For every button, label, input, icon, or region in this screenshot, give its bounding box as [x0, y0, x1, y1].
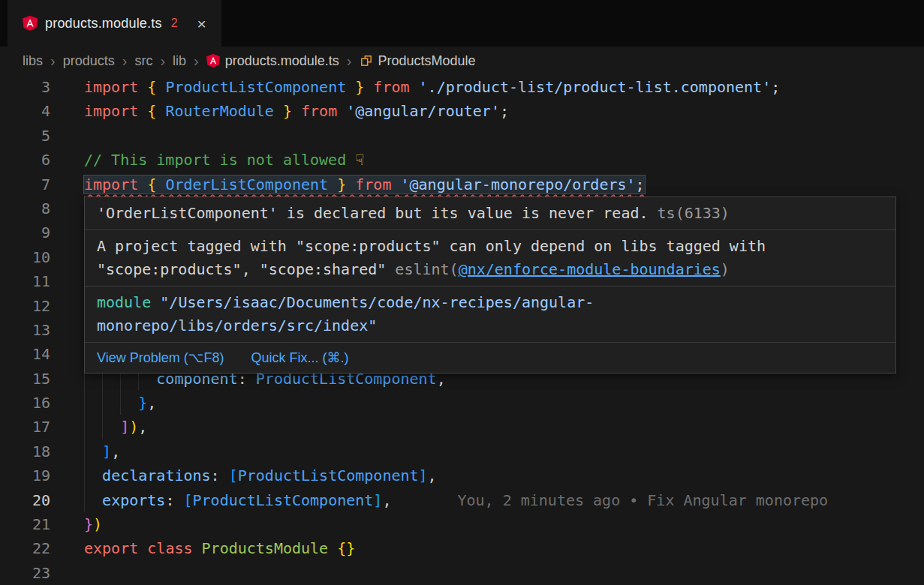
line-number[interactable]: 7	[0, 172, 75, 196]
line-content: import { RouterModule } from '@angular/r…	[75, 99, 924, 123]
token	[346, 176, 355, 194]
code-line-21[interactable]: 21})	[0, 512, 924, 536]
code-line-4[interactable]: 4import { RouterModule } from '@angular/…	[0, 99, 924, 123]
code-line-7[interactable]: 7import { OrderListComponent } from '@an…	[0, 172, 924, 196]
line-number[interactable]: 5	[0, 124, 75, 148]
code-line-6[interactable]: 6// This import is not allowed ☟	[0, 148, 924, 172]
hover-text: monorepo/libs/orders/src/index"	[97, 316, 377, 334]
line-number[interactable]: 15	[0, 367, 75, 391]
nx-enforce-module-boundaries-link[interactable]: @nx/enforce-module-boundaries	[459, 260, 721, 278]
token: ,	[138, 418, 147, 436]
token: ProductListComponent	[238, 466, 419, 484]
breadcrumb-item-productsmodule[interactable]: ProductsModule	[360, 53, 476, 69]
token: ,	[382, 491, 391, 509]
breadcrumb-item-src[interactable]: src	[134, 53, 152, 69]
token	[84, 491, 102, 509]
token: import	[84, 176, 147, 194]
line-number[interactable]: 9	[0, 220, 75, 244]
line-number[interactable]: 8	[0, 196, 75, 220]
hover-section-module-path: module "/Users/isaac/Documents/code/nx-r…	[85, 286, 895, 343]
line-number[interactable]: 22	[0, 536, 75, 560]
view-problem-action[interactable]: View Problem (⌥F8)	[97, 349, 224, 367]
line-number[interactable]: 16	[0, 391, 75, 415]
token: )	[129, 418, 138, 436]
line-number[interactable]: 13	[0, 318, 75, 342]
breadcrumb-item-lib[interactable]: lib	[173, 53, 186, 69]
token: from	[355, 176, 391, 194]
token: }	[337, 176, 346, 194]
code-line-20[interactable]: 20 exports: [ProductListComponent],You, …	[0, 488, 924, 512]
token: }	[283, 102, 292, 120]
token: ;	[636, 176, 645, 194]
line-number[interactable]: 12	[0, 294, 75, 318]
hover-status-bar: View Problem (⌥F8)Quick Fix... (⌘.)	[85, 343, 895, 373]
token: '@angular-monorepo/orders'	[401, 176, 636, 194]
code-line-22[interactable]: 22export class ProductsModule {}	[0, 536, 924, 560]
line-content: import { ProductListComponent } from './…	[75, 75, 924, 99]
token: ☟	[355, 151, 364, 169]
token: from	[301, 102, 337, 120]
line-number[interactable]: 3	[0, 75, 75, 99]
line-number[interactable]: 17	[0, 415, 75, 439]
code-line-23[interactable]: 23	[0, 561, 924, 585]
token: ,	[147, 394, 156, 412]
hover-text-line: module "/Users/isaac/Documents/code/nx-r…	[97, 291, 883, 314]
line-number[interactable]: 19	[0, 464, 75, 488]
breadcrumb-item-libs[interactable]: libs	[23, 53, 43, 69]
tab-title: products.module.ts	[45, 16, 162, 32]
line-content	[75, 561, 924, 585]
breadcrumb-separator: ›	[346, 53, 353, 68]
breadcrumb-separator: ›	[159, 53, 166, 68]
breadcrumb-label: ProductsModule	[378, 53, 476, 69]
indent-guide	[102, 391, 103, 415]
tab-bar: products.module.ts 2 ×	[0, 0, 924, 46]
line-number[interactable]: 11	[0, 269, 75, 293]
breadcrumb-separator: ›	[122, 53, 128, 68]
token	[193, 539, 202, 557]
breadcrumb-item-products-module-ts[interactable]: products.module.ts	[206, 53, 339, 69]
code-line-16[interactable]: 16 },	[0, 391, 924, 415]
line-number[interactable]: 23	[0, 561, 75, 585]
token: OrderListComponent	[165, 176, 328, 194]
breadcrumb: libs›products›src›lib›products.module.ts…	[0, 46, 924, 75]
close-tab-icon[interactable]: ×	[197, 16, 206, 32]
line-number[interactable]: 10	[0, 245, 75, 269]
quick-fix-action[interactable]: Quick Fix... (⌘.)	[251, 349, 348, 367]
token: from	[373, 78, 409, 96]
line-content: })	[75, 512, 924, 536]
line-content	[75, 124, 924, 148]
line-number[interactable]: 14	[0, 342, 75, 366]
line-number[interactable]: 21	[0, 512, 75, 536]
breadcrumb-item-products[interactable]: products	[63, 53, 115, 69]
code-line-19[interactable]: 19 declarations: [ProductListComponent],	[0, 464, 924, 488]
line-number[interactable]: 4	[0, 99, 75, 123]
token	[84, 466, 102, 484]
hover-text: "/Users/isaac/Documents/code/nx-recipes/…	[160, 293, 594, 311]
token: {	[147, 102, 156, 120]
line-content: ],	[75, 440, 924, 464]
token: ]	[373, 491, 382, 509]
indent-guide	[84, 440, 85, 464]
token	[364, 78, 373, 96]
vscode-window: products.module.ts 2 × libs›products›src…	[0, 0, 924, 585]
token	[84, 394, 138, 412]
code-line-3[interactable]: 3import { ProductListComponent } from '.…	[0, 75, 924, 99]
token: ]	[419, 466, 428, 484]
token: )	[93, 515, 102, 533]
code-line-5[interactable]: 5	[0, 124, 924, 148]
hover-text: "scope:products", "scope:shared"	[97, 260, 395, 278]
line-content: export class ProductsModule {}	[75, 536, 924, 560]
line-number[interactable]: 20	[0, 488, 75, 512]
code-line-18[interactable]: 18 ],	[0, 440, 924, 464]
line-content: declarations: [ProductListComponent],	[75, 464, 924, 488]
token: }	[355, 78, 364, 96]
breadcrumb-separator: ›	[50, 53, 56, 68]
angular-icon	[23, 16, 38, 31]
line-number[interactable]: 6	[0, 148, 75, 172]
line-number[interactable]: 18	[0, 440, 75, 464]
tab-products-module[interactable]: products.module.ts 2 ×	[8, 0, 221, 46]
token	[337, 102, 346, 120]
token: class	[147, 539, 192, 557]
token: [	[229, 466, 238, 484]
code-line-17[interactable]: 17 ]),	[0, 415, 924, 439]
